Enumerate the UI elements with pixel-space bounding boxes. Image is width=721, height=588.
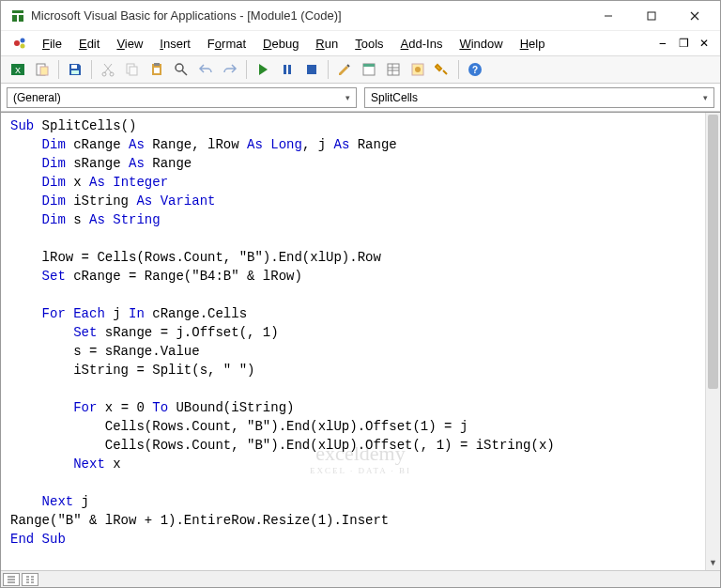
find-icon[interactable] bbox=[170, 58, 192, 81]
svg-rect-23 bbox=[388, 64, 399, 75]
svg-rect-9 bbox=[71, 70, 79, 74]
copy-icon[interactable] bbox=[121, 58, 144, 81]
toolbar: X ? bbox=[1, 55, 720, 84]
reset-icon[interactable] bbox=[300, 58, 323, 81]
mdi-close[interactable]: ✕ bbox=[694, 34, 714, 53]
menu-help[interactable]: Help bbox=[513, 35, 553, 53]
svg-rect-20 bbox=[307, 65, 316, 74]
object-dropdown-value: (General) bbox=[13, 91, 61, 104]
redo-icon[interactable] bbox=[219, 58, 241, 81]
svg-rect-16 bbox=[154, 68, 160, 73]
run-icon[interactable] bbox=[252, 58, 274, 81]
svg-rect-18 bbox=[284, 65, 286, 74]
object-dropdown[interactable]: (General) ▾ bbox=[7, 87, 357, 108]
insert-module-icon[interactable] bbox=[31, 58, 54, 81]
view-excel-icon[interactable]: X bbox=[7, 58, 29, 81]
svg-rect-22 bbox=[363, 64, 375, 67]
help-icon[interactable]: ? bbox=[464, 58, 486, 81]
svg-point-17 bbox=[176, 64, 183, 71]
minimize-button[interactable] bbox=[587, 1, 630, 31]
scroll-down-arrow[interactable]: ▼ bbox=[706, 555, 720, 570]
menu-tools[interactable]: Tools bbox=[347, 35, 391, 53]
menu-view[interactable]: View bbox=[109, 35, 150, 53]
menu-edit[interactable]: Edit bbox=[71, 35, 107, 53]
paste-icon[interactable] bbox=[146, 58, 168, 81]
menu-insert[interactable]: Insert bbox=[152, 35, 198, 53]
cut-icon[interactable] bbox=[97, 58, 119, 81]
svg-rect-15 bbox=[154, 63, 160, 66]
window-title: Microsoft Visual Basic for Applications … bbox=[31, 8, 587, 23]
procedure-dropdown[interactable]: SplitCells ▾ bbox=[364, 87, 714, 108]
vertical-scrollbar[interactable]: ▲ ▼ bbox=[705, 113, 720, 570]
svg-point-1 bbox=[14, 40, 20, 46]
svg-text:X: X bbox=[15, 66, 21, 75]
svg-rect-13 bbox=[130, 67, 137, 75]
svg-rect-8 bbox=[71, 65, 77, 69]
procedure-view-button[interactable] bbox=[3, 573, 20, 586]
vba-menu-icon bbox=[12, 36, 27, 51]
procedure-dropdown-value: SplitCells bbox=[371, 91, 418, 104]
code-dropdown-bar: (General) ▾ SplitCells ▾ bbox=[1, 84, 720, 112]
chevron-down-icon: ▾ bbox=[703, 93, 708, 102]
menu-format[interactable]: Format bbox=[200, 35, 253, 53]
save-icon[interactable] bbox=[64, 58, 86, 81]
close-button[interactable] bbox=[673, 1, 716, 31]
menubar: File Edit View Insert Format Debug Run T… bbox=[1, 31, 720, 55]
menu-addins[interactable]: Add-Ins bbox=[393, 35, 451, 53]
scroll-thumb[interactable] bbox=[708, 115, 718, 389]
menu-run[interactable]: Run bbox=[308, 35, 345, 53]
titlebar: Microsoft Visual Basic for Applications … bbox=[1, 1, 720, 31]
svg-rect-19 bbox=[288, 65, 291, 74]
maximize-button[interactable] bbox=[630, 1, 673, 31]
project-explorer-icon[interactable] bbox=[358, 58, 380, 81]
toolbox-icon[interactable] bbox=[431, 58, 453, 81]
svg-rect-7 bbox=[40, 67, 48, 75]
design-mode-icon[interactable] bbox=[333, 58, 356, 81]
properties-icon[interactable] bbox=[382, 58, 405, 81]
svg-text:?: ? bbox=[472, 65, 478, 75]
object-browser-icon[interactable] bbox=[407, 58, 429, 81]
undo-icon[interactable] bbox=[194, 58, 217, 81]
menu-window[interactable]: Window bbox=[452, 35, 510, 53]
break-icon[interactable] bbox=[276, 58, 299, 81]
view-mode-strip bbox=[1, 570, 720, 587]
menu-debug[interactable]: Debug bbox=[255, 35, 306, 53]
menu-file[interactable]: File bbox=[35, 35, 69, 53]
svg-point-3 bbox=[21, 44, 25, 49]
code-text[interactable]: Sub SplitCells() Dim cRange As Range, lR… bbox=[1, 113, 720, 552]
svg-point-25 bbox=[415, 67, 421, 72]
code-editor[interactable]: Sub SplitCells() Dim cRange As Range, lR… bbox=[1, 112, 720, 570]
full-module-view-button[interactable] bbox=[22, 573, 38, 586]
svg-point-2 bbox=[21, 39, 25, 43]
chevron-down-icon: ▾ bbox=[345, 93, 350, 102]
mdi-controls: ‒ ❐ ✕ bbox=[652, 34, 714, 53]
mdi-restore[interactable]: ❐ bbox=[673, 34, 694, 53]
mdi-minimize[interactable]: ‒ bbox=[652, 34, 673, 53]
vba-app-icon bbox=[10, 8, 25, 23]
svg-rect-0 bbox=[648, 12, 655, 20]
